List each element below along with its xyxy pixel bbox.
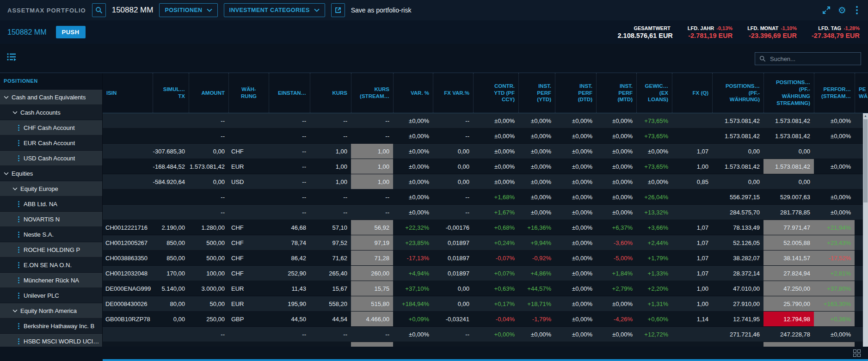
table-cell: 1,00 [310, 144, 351, 159]
table-cell: 252,90 [269, 266, 310, 281]
column-header[interactable]: CONTR. YTD (PF CCY) [473, 73, 518, 113]
table-row[interactable]: DE000843002680,0050,00EUR195,90558,20515… [103, 296, 868, 312]
sidebar-item[interactable]: Equity North America [0, 303, 102, 318]
column-header[interactable]: PERFOR… (STREAM… [814, 73, 855, 113]
table-cell [103, 113, 153, 128]
column-header[interactable]: EINSTAN… [269, 73, 310, 113]
push-button[interactable]: PUSH [56, 26, 86, 38]
sidebar-item[interactable]: Equity Europe [0, 181, 102, 196]
table-cell: +1,79% [636, 251, 672, 265]
table-row[interactable]: CH00122217162.190,001.280,00CHF46,6857,1… [103, 220, 868, 235]
column-header[interactable]: FX (Q) [672, 73, 712, 113]
table-cell: ±0,00% [518, 144, 555, 159]
table-cell: CHF [228, 235, 269, 250]
sidebar-item[interactable]: ROCHE HOLDING P [0, 242, 102, 257]
column-header[interactable]: KURS [310, 73, 351, 113]
table-row[interactable]: CH0012032048170,00100,00CHF252,90265,402… [103, 266, 868, 281]
chevron-down-icon[interactable] [12, 187, 18, 190]
column-header[interactable]: INST. PERF (MTD) [596, 73, 636, 113]
sidebar-item[interactable]: Equities [0, 166, 102, 181]
sidebar-item[interactable]: E.ON SE NA O.N. [0, 257, 102, 273]
table-row[interactable]: --------±0,00%--+1,68%±0,00%±0,00%±0,00%… [103, 190, 868, 205]
table-cell: 1,00 [310, 174, 351, 189]
column-header[interactable]: AMOUNT [189, 73, 228, 113]
table-cell: +184,94% [393, 296, 433, 311]
positionen-dropdown[interactable]: POSITIONEN [159, 3, 217, 17]
table-cell: 71,62 [310, 251, 351, 265]
table-row[interactable]: --------±0,00%--±0,00%±0,00%±0,00%±0,00%… [103, 128, 868, 144]
table-cell: 83.621,37 [712, 342, 763, 347]
table-cell: 80,00 [153, 296, 189, 311]
sidebar-item[interactable]: ABB Ltd. NA [0, 196, 102, 212]
sidebar-tree: Cash and Cash EquivalentsCash AccountsCH… [0, 90, 102, 347]
stat-pct: -0,13% [716, 25, 733, 31]
column-header[interactable]: SIMUL… TX [153, 73, 189, 113]
grid-view-icon[interactable] [853, 349, 861, 357]
table-row[interactable]: CH0038863350850,00500,00CHF86,4271,6271,… [103, 251, 868, 266]
sidebar-item[interactable]: NOVARTIS N [0, 212, 102, 227]
search-input[interactable] [769, 55, 856, 63]
stat-pct: -1,28% [843, 25, 860, 31]
open-external-button[interactable] [331, 3, 345, 17]
table-cell: ±0,00% [555, 220, 596, 235]
tree-options-icon[interactable] [6, 52, 17, 61]
save-as-portfolio-risk-label[interactable]: Save as portfolio-risk [351, 6, 412, 14]
column-header[interactable]: PE WÄ [855, 73, 868, 113]
table-row[interactable]: --------±0,00%--+1,67%±0,00%±0,00%±0,00%… [103, 205, 868, 220]
investment-categories-dropdown[interactable]: INVESTMENT CATEGORIES [224, 3, 325, 17]
expand-icon[interactable] [822, 6, 831, 15]
table-row[interactable]: -168.484,521.573.081,42EUR--1,001,00±0,0… [103, 159, 868, 174]
table-cell: ±0,00% [555, 251, 596, 265]
table-row[interactable]: -307.685,300,00CHF--1,001,00±0,00%0,00±0… [103, 144, 868, 159]
search-button[interactable] [92, 3, 106, 17]
scrollbar-thumb[interactable] [863, 119, 868, 202]
vertical-scrollbar[interactable]: ▲ [863, 113, 868, 347]
column-header[interactable]: KURS (STREAM… [351, 73, 393, 113]
table-row[interactable]: DE000ENAG9995.140,003.000,00EUR11,4315,6… [103, 281, 868, 296]
column-header[interactable]: INST. PERF (YTD) [518, 73, 555, 113]
kebab-menu-icon[interactable] [853, 5, 861, 15]
sidebar-item[interactable]: Cash Accounts [0, 105, 102, 120]
column-header[interactable]: GEWIC… (EX LOANS) [636, 73, 672, 113]
table-row[interactable]: US0846707026340,00200,00USD294,41494,104… [103, 342, 868, 347]
sidebar-item[interactable]: Nestle S.A. [0, 227, 102, 242]
column-header[interactable]: POSITIONS… (PF.- WÄHRUNG) [712, 73, 763, 113]
column-header[interactable]: WÄH- RUNG [228, 73, 269, 113]
table-cell: +21,94% [814, 220, 855, 235]
sidebar-item[interactable]: Cash and Cash Equivalents [0, 90, 102, 105]
sidebar-item[interactable]: Münchener Rück NA [0, 273, 102, 288]
chevron-down-icon[interactable] [12, 111, 18, 114]
column-header[interactable]: INST. PERF (DTD) [555, 73, 596, 113]
chevron-down-icon[interactable] [4, 172, 9, 175]
table-cell: CHF [228, 220, 269, 235]
scroll-up-arrow-icon[interactable]: ▲ [863, 114, 868, 117]
column-header[interactable]: VAR. % [393, 73, 433, 113]
horizontal-scrollbar[interactable] [103, 359, 868, 361]
table-row[interactable]: --------±0,00%--+0,00%±0,00%±0,00%±0,00%… [103, 327, 868, 342]
settings-gear-icon[interactable]: ⚙ [838, 6, 846, 15]
chevron-down-icon[interactable] [4, 96, 9, 99]
search-field [755, 52, 861, 65]
sidebar-item[interactable]: Berkshire Hathaway Inc. B [0, 318, 102, 334]
table-cell: 1,00 [351, 174, 393, 189]
table-row[interactable]: --------±0,00%--±0,00%±0,00%±0,00%±0,00%… [103, 113, 868, 128]
table-cell: ±0,00% [596, 159, 636, 174]
sidebar-item[interactable]: USD Cash Account [0, 151, 102, 166]
sidebar-item[interactable]: Unilever PLC [0, 288, 102, 303]
sidebar-item[interactable]: CHF Cash Account [0, 120, 102, 135]
table-cell [672, 327, 712, 342]
chevron-down-icon[interactable] [12, 309, 18, 312]
table-row[interactable]: GB00B10RZP780,00250,00GBP44,5044,544.466… [103, 312, 868, 327]
table-cell: 556.297,15 [712, 190, 763, 204]
sidebar-item[interactable]: EUR Cash Account [0, 135, 102, 151]
column-header[interactable]: ISIN [103, 73, 153, 113]
table-row[interactable]: CH0012005267850,00500,00CHF78,7497,5297,… [103, 235, 868, 251]
table-cell: CHF [228, 144, 269, 159]
column-header[interactable]: POSITIONS… (PF.- WÄHRUNG STREAMING) [763, 73, 814, 113]
column-header[interactable]: FX VAR.% [433, 73, 473, 113]
table-row[interactable]: -584.920,640,00USD--1,001,00±0,00%0,00±0… [103, 174, 868, 190]
sidebar-item[interactable]: HSBC MSCI WORLD UCI… [0, 334, 102, 347]
table-cell: CHF [228, 251, 269, 265]
table-cell: -0,03241 [433, 312, 473, 326]
table-cell: +44,57% [518, 281, 555, 296]
